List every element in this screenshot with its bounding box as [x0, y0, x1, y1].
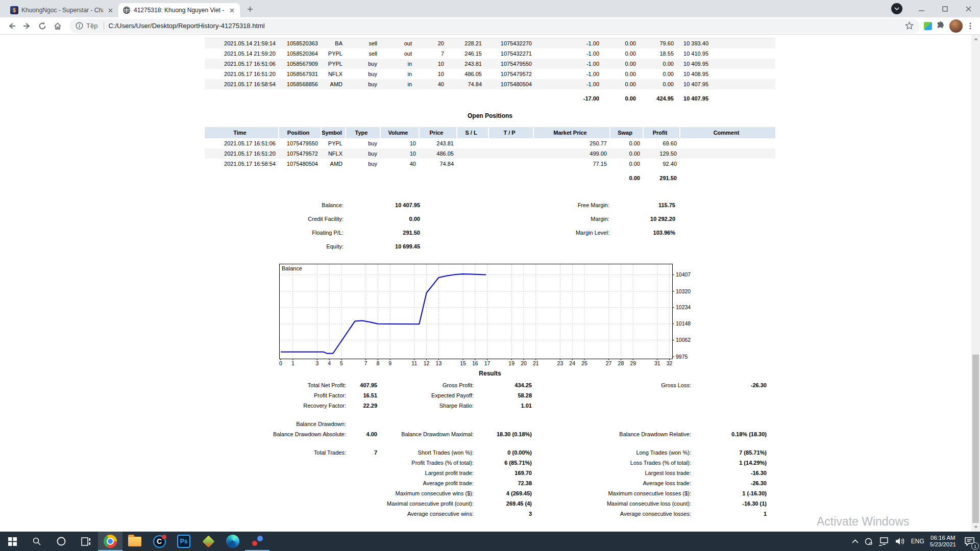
cell-type: buy [346, 59, 380, 69]
result-value: 72.38 [474, 480, 532, 486]
cell-price [419, 173, 457, 183]
taskbar-explorer-button[interactable] [122, 532, 147, 551]
result-value: 6 (85.71%) [474, 460, 532, 466]
svg-text:11: 11 [411, 360, 417, 366]
result-value: 7 (85.71%) [691, 449, 767, 456]
results-row: Largest profit trade:169.70Largest loss … [205, 468, 775, 478]
close-button[interactable] [957, 0, 980, 17]
address-prefix: Tệp [86, 22, 97, 30]
column-header: Market Price [533, 127, 610, 138]
table-row: 2021.05.14 21:59:201058520364PYPLsellout… [205, 48, 775, 59]
back-button[interactable] [4, 18, 19, 34]
minimize-button[interactable] [910, 0, 933, 17]
language-indicator[interactable]: ENG [911, 538, 924, 545]
cell-comment [680, 148, 775, 159]
extension-icon[interactable] [924, 22, 932, 30]
taskbar-edge-button[interactable] [220, 532, 245, 551]
balance-chart-container: 1040710320102341014810062997501345789111… [279, 264, 693, 366]
tab-close-icon[interactable] [228, 6, 236, 14]
menu-dots-icon[interactable] [967, 22, 974, 30]
cell-position: 1075479550 [279, 138, 321, 148]
results-row: Total Trades:7Short Trades (won %):0 (0.… [205, 447, 775, 458]
svg-text:7: 7 [364, 360, 368, 366]
cell-price: 486.05 [419, 148, 457, 159]
svg-text:24: 24 [569, 360, 575, 366]
taskbar-metatrader-button[interactable] [196, 532, 220, 551]
tab-close-icon[interactable] [106, 6, 114, 14]
result-label: Recovery Factor: [205, 403, 346, 409]
chrome-icon [104, 535, 117, 548]
extensions-puzzle-icon[interactable] [936, 21, 945, 31]
result-label: Average consecutive wins: [377, 511, 474, 517]
bookmark-star-icon[interactable] [905, 21, 914, 30]
cell-comment [680, 159, 775, 169]
info-icon [76, 22, 83, 30]
column-header: Symbol [321, 127, 346, 138]
home-button[interactable] [50, 18, 65, 34]
result-value: 407.95 [346, 382, 377, 388]
cell-order: 1075432271 [485, 48, 535, 59]
tray-circle-icon[interactable] [864, 537, 873, 546]
taskbar-chrome-button[interactable] [98, 532, 122, 551]
result-label: Short Trades (won %): [377, 449, 474, 456]
svg-text:16: 16 [472, 360, 478, 366]
cell-comment [712, 38, 775, 48]
scroll-up-arrow[interactable] [971, 35, 980, 43]
volume-icon[interactable] [895, 537, 905, 545]
forward-button[interactable] [19, 18, 35, 34]
profile-avatar[interactable] [949, 19, 963, 33]
taskbar-photoshop-button[interactable]: Ps [172, 532, 196, 551]
new-tab-button[interactable] [243, 2, 257, 16]
start-button[interactable] [0, 532, 24, 551]
cell-direction: in [380, 79, 415, 89]
cortana-button[interactable] [49, 532, 74, 551]
tab-khuongngoc[interactable]: $ KhuongNgoc - Superstar - Chậm [6, 3, 118, 17]
scrollbar-thumb[interactable] [972, 355, 979, 523]
report-page: 2021.05.14 21:59:141058520363BAsellout20… [0, 35, 980, 532]
address-bar[interactable]: Tệp C:/Users/User/Desktop/ReportHistory-… [69, 19, 920, 33]
show-hidden-icons-chevron[interactable] [852, 539, 859, 543]
results-row: Balance Drawdown Absolute:4.00Balance Dr… [205, 429, 775, 439]
network-icon[interactable] [878, 537, 890, 546]
taskbar-trading-app-button[interactable] [245, 532, 270, 551]
summary-label: Free Margin: [420, 202, 609, 208]
cell-volume: 10 [415, 59, 447, 69]
cell-commission: -1.00 [535, 38, 602, 48]
results-row: Average profit trade:72.38Average loss t… [205, 478, 775, 488]
taskbar-search-button[interactable] [24, 532, 49, 551]
task-view-button[interactable] [74, 532, 98, 551]
maximize-button[interactable] [933, 0, 957, 17]
table-row: 2021.05.17 16:58:541058568856AMDbuyin407… [205, 79, 775, 89]
cell-time: 2021.05.17 16:51:06 [205, 59, 279, 69]
cell-symbol: NFLX [321, 69, 346, 79]
cell-profit: 18.55 [639, 48, 677, 59]
column-header: Comment [680, 127, 775, 138]
summary-value: 103.96% [609, 230, 675, 236]
scroll-down-arrow[interactable] [971, 523, 980, 532]
vertical-scrollbar[interactable] [971, 35, 980, 532]
metatrader-icon [202, 535, 214, 547]
open-positions-totals: 0.00291.50 [205, 173, 775, 183]
svg-text:3: 3 [315, 360, 318, 366]
tab-strip: $ KhuongNgoc - Superstar - Chậm 41275318… [0, 0, 980, 17]
history-table: 2021.05.14 21:59:141058520363BAsellout20… [205, 38, 775, 89]
cell-deal: 1058520363 [279, 38, 321, 48]
cell-profit: 79.60 [639, 38, 677, 48]
svg-text:8: 8 [376, 360, 379, 366]
taskbar-clock[interactable]: 06:16 AM 5/23/2021 [930, 535, 956, 548]
table-row: 2021.05.17 16:51:061075479550PYPLbuy1024… [205, 138, 775, 148]
cell-swap: 0.00 [610, 138, 643, 148]
tab-report[interactable]: 41275318: Khuong Nguyen Viet - [118, 3, 240, 17]
cell-time: 2021.05.17 16:51:06 [205, 138, 279, 148]
history-totals: -17.000.00424.9510 407.95 [205, 93, 775, 104]
reload-button[interactable] [35, 18, 50, 34]
cell-order: 1075479572 [485, 69, 535, 79]
search-tabs-button[interactable] [891, 3, 902, 14]
cell-deal: 1058568856 [279, 79, 321, 89]
cell-deal: 1058567909 [279, 59, 321, 69]
cell-swap: 0.00 [602, 59, 639, 69]
results-row: Recovery Factor:22.29Sharpe Ratio:1.01 [205, 400, 775, 411]
taskbar-ccleaner-button[interactable]: C [147, 532, 172, 551]
action-center-button[interactable]: 1 [962, 534, 977, 549]
cell-swap: 0.00 [602, 93, 639, 104]
